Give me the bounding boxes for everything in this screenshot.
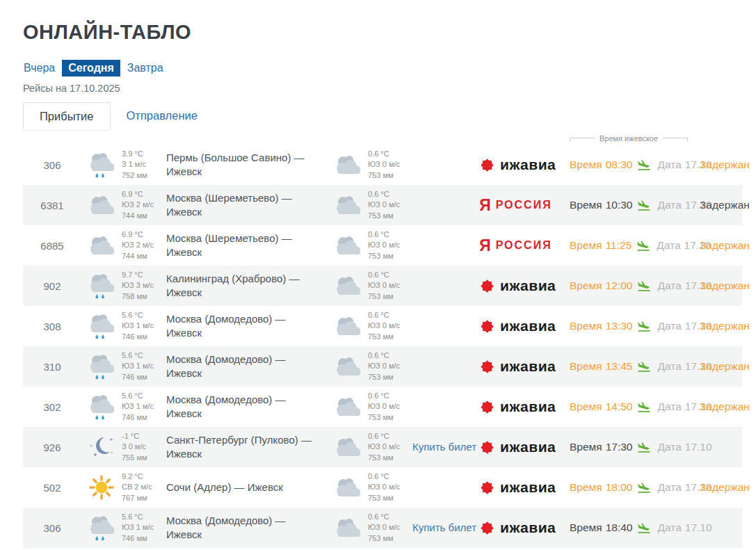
origin-pressure: 746 мм: [122, 372, 166, 382]
rain-cloud-icon: [81, 151, 122, 179]
origin-temperature: 5.6 °C: [122, 310, 166, 321]
destination-temperature: 0.6 °C: [368, 310, 412, 321]
destination-weather: 0.6 °C ЮЗ 0 м/с 753 мм: [368, 391, 412, 423]
airline-name: ижавиа: [500, 439, 556, 455]
airline-name: ижавиа: [500, 156, 556, 173]
destination-weather: 0.6 °C ЮЗ 0 м/с 753 мм: [368, 471, 412, 503]
destination-wind: ЮЗ 0 м/с: [368, 280, 412, 291]
flight-row: 302 5.6 °C ЮЗ 1 м/с 746 мм Москва (Домод…: [23, 387, 742, 427]
buy-ticket-link[interactable]: Купить билет: [412, 441, 476, 453]
destination-temperature: 0.6 °C: [368, 270, 412, 280]
flight-route: Москва (Шереметьево) — Ижевск: [166, 191, 328, 220]
airline-logo: ижавиа: [479, 479, 570, 496]
flight-number: 6381: [23, 200, 81, 211]
status-badge: Задержан: [698, 401, 750, 413]
cloudy-icon: [328, 315, 368, 337]
airline-name: ижавиа: [500, 398, 556, 415]
cloudy-icon: [328, 355, 368, 378]
destination-temperature: 0.6 °C: [368, 512, 412, 522]
destination-pressure: 753 мм: [368, 251, 412, 261]
airline-logo: ижавиа: [479, 318, 570, 334]
bracket-line-left: [570, 138, 595, 142]
flight-number: 308: [23, 321, 81, 332]
origin-weather: 5.6 °C ЮЗ 1 м/с 746 мм: [122, 310, 166, 342]
airline-logo: ижавиа: [479, 398, 570, 415]
destination-weather: 0.6 °C ЮЗ 0 м/с 753 мм: [368, 229, 412, 261]
cloudy-icon: [328, 517, 368, 539]
origin-pressure: 746 мм: [122, 533, 166, 544]
destination-wind: ЮЗ 0 м/с: [368, 240, 412, 250]
destination-weather: 0.6 °C ЮЗ 0 м/с 753 мм: [368, 310, 412, 342]
destination-wind: ЮЗ 0 м/с: [368, 482, 412, 492]
origin-weather: 9.2 °C СВ 2 м/с 767 мм: [122, 471, 166, 503]
cloudy-icon: [81, 234, 122, 257]
airline-name: ижавиа: [500, 479, 556, 496]
rain-cloud-icon: [81, 312, 122, 340]
buy-ticket-cell: Купить билет: [412, 481, 479, 494]
destination-pressure: 753 мм: [368, 412, 412, 423]
izhavia-star-icon: [479, 318, 495, 334]
tab-tomorrow[interactable]: Завтра: [127, 60, 164, 76]
destination-weather: 0.6 °C ЮЗ 0 м/с 753 мм: [368, 149, 412, 181]
destination-wind: ЮЗ 0 м/с: [368, 321, 412, 331]
arrival-time: Время18:40: [570, 521, 632, 534]
tab-today[interactable]: Сегодня: [62, 60, 120, 76]
tab-departures[interactable]: Отправление: [111, 102, 214, 131]
buy-ticket-link[interactable]: Купить билет: [412, 521, 476, 533]
arrival-time: Время17:30: [570, 441, 632, 453]
rain-cloud-icon: [81, 393, 122, 421]
flights-list: 306 3.9 °C З 1 м/с 752 мм Пермь (Большое…: [23, 145, 742, 548]
rain-cloud-icon: [81, 514, 122, 542]
day-tabs: Вчера Сегодня Завтра: [23, 60, 742, 76]
destination-wind: ЮЗ 0 м/с: [368, 401, 412, 412]
flight-number: 306: [23, 522, 81, 534]
airline-logo: R РОССИЯ: [479, 197, 570, 213]
destination-weather: 0.6 °C ЮЗ 0 м/с 753 мм: [368, 189, 412, 221]
time-cell: Время13:30 Дата17.10: [570, 320, 698, 332]
origin-wind: ЮЗ 3 м/с: [122, 280, 166, 291]
rossiya-wing-icon: R: [479, 197, 491, 213]
plane-landing-icon: [637, 401, 652, 413]
cloudy-icon: [328, 476, 368, 499]
plane-landing-icon: [637, 360, 652, 373]
plane-landing-icon: [637, 441, 652, 453]
buy-ticket-cell: Купить билет: [412, 401, 479, 413]
flight-row: 6381 6.9 °C ЮЗ 2 м/с 744 мм Москва (Шере…: [23, 185, 742, 225]
status-badge: Задержан: [698, 239, 750, 252]
destination-weather: 0.6 °C ЮЗ 0 м/с 753 мм: [368, 512, 412, 544]
destination-pressure: 753 мм: [368, 211, 412, 221]
flight-row: 310 5.6 °C ЮЗ 1 м/с 746 мм Москва (Домод…: [23, 346, 742, 387]
izhavia-star-icon: [479, 399, 495, 415]
destination-temperature: 0.6 °C: [368, 350, 412, 361]
origin-pressure: 746 мм: [122, 412, 166, 423]
cloudy-icon: [328, 436, 368, 458]
status-badge: Задержан: [698, 481, 750, 494]
destination-wind: ЮЗ 0 м/с: [368, 522, 412, 533]
timezone-label: Время ижевское: [595, 134, 663, 143]
status-badge: Задержан: [698, 360, 750, 373]
origin-pressure: 746 мм: [122, 332, 166, 342]
flight-route: Калининград (Храброво) — Ижевск: [166, 272, 328, 300]
flight-number: 306: [23, 159, 81, 171]
airline-name: ижавиа: [500, 277, 556, 294]
arrival-time: Время08:30: [570, 159, 632, 171]
destination-pressure: 753 мм: [368, 170, 412, 181]
flight-row: 902 9.7 °C ЮЗ 3 м/с 758 мм Калининград (…: [23, 266, 742, 306]
origin-temperature: 6.9 °C: [122, 189, 166, 200]
plane-landing-icon: [637, 199, 652, 211]
buy-ticket-cell: Купить билет: [412, 360, 479, 373]
arrival-time: Время10:30: [570, 199, 632, 211]
buy-ticket-cell: Купить билет: [412, 320, 479, 332]
airline-name: РОССИЯ: [496, 239, 552, 252]
tab-yesterday[interactable]: Вчера: [23, 60, 56, 76]
plane-landing-icon: [637, 521, 652, 534]
izhavia-star-icon: [479, 439, 495, 455]
buy-ticket-cell: Купить билет: [412, 239, 479, 252]
origin-pressure: 744 мм: [122, 251, 166, 261]
flight-route: Санкт-Петербург (Пулково) — Ижевск: [166, 433, 328, 462]
buy-ticket-cell: Купить билет: [412, 521, 479, 534]
origin-pressure: 767 мм: [122, 493, 166, 503]
flight-number: 302: [23, 401, 81, 413]
flight-number: 310: [23, 361, 81, 373]
tab-arrivals[interactable]: Прибытие: [23, 102, 111, 131]
